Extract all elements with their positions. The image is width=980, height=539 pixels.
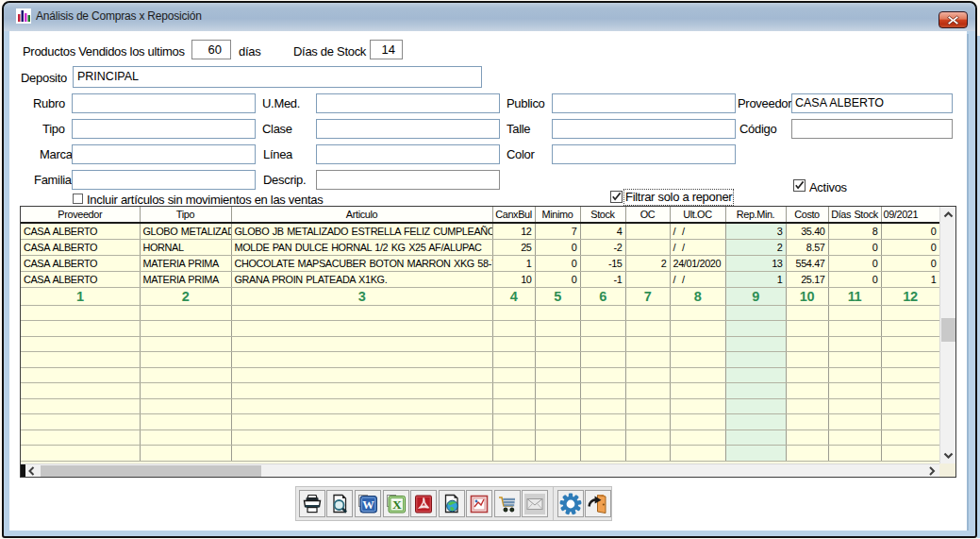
svg-text:X: X — [392, 497, 402, 511]
svg-text:W: W — [362, 497, 374, 511]
